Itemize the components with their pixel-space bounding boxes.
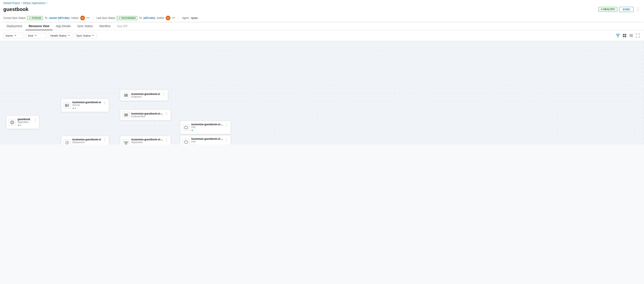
node-service-badges: ♥ ● [72, 107, 101, 110]
svg-rect-31 [124, 142, 126, 143]
node-service[interactable]: kustomize-guestbook-ui Service ♥ ● ⋮ [61, 99, 109, 112]
svg-rect-1 [618, 34, 618, 35]
node-replicaset-menu[interactable]: ⋮ [165, 138, 168, 142]
node-deployment-menu[interactable]: ⋮ [103, 138, 106, 142]
tree-view-button[interactable] [615, 33, 621, 38]
synced-badge: ✓ SYNCED [27, 16, 43, 20]
node-deployment-info: kustomize-guestbook-ui Deployment ♥ ● [72, 138, 101, 144]
svg-rect-28 [124, 115, 126, 116]
health-status-filter[interactable]: Health Status [48, 33, 72, 38]
svg-rect-21 [127, 94, 128, 95]
endpointslice-icon-box [123, 112, 129, 118]
health-filter-chevron [68, 34, 70, 37]
node-replicaset-info: kustomize-guestbook-ui-... ReplicaSet ♥ [132, 138, 163, 144]
deployment-sync-icon: ● [74, 144, 76, 144]
tab-manifest[interactable]: Manifest [96, 22, 114, 30]
tab-resource-view[interactable]: Resource View [26, 22, 52, 30]
svg-rect-0 [616, 34, 617, 35]
app-icon [9, 119, 16, 126]
last-sync-section: Last Sync Status ✓ SUCCEEDED To (d67cddc… [96, 16, 175, 20]
breadcrumb: Default Project > GitOps: Applications > [3, 0, 641, 5]
more-btn-1[interactable]: ••• [86, 16, 90, 19]
fullscreen-icon [636, 34, 640, 37]
sync-button[interactable]: SYNC [619, 7, 634, 12]
service-icon-box [64, 102, 70, 109]
node-endpoints-kind: Endpoints [132, 95, 160, 98]
svg-rect-10 [630, 34, 633, 35]
name-filter-label: Name [6, 34, 13, 37]
node-replicaset[interactable]: kustomize-guestbook-ui-... ReplicaSet ♥ … [120, 136, 171, 144]
node-endpointslice[interactable]: kustomize-guestbook-ui-... EndpointSlice… [120, 109, 171, 120]
svg-rect-27 [127, 114, 128, 115]
svg-rect-7 [625, 34, 626, 35]
sync-status-filter-label: Sync Status [76, 34, 91, 37]
node-deployment-name: kustomize-guestbook-ui [72, 138, 101, 141]
succeeded-check-icon: ✓ [118, 17, 120, 19]
author-avatar-1[interactable]: OI [80, 16, 85, 20]
node-service-kind: Service [72, 104, 101, 106]
node-service-name: kustomize-guestbook-ui [72, 101, 101, 104]
health-status-filter-label: Health Status [50, 34, 66, 37]
tab-sync-status[interactable]: Sync Status [74, 22, 96, 30]
kind-filter[interactable]: Kind [26, 33, 46, 38]
view-controls [615, 33, 641, 38]
more-btn-2[interactable]: ••• [172, 16, 175, 19]
node-endpoints[interactable]: kustomize-guestbook-ui Endpoints ⋮ [120, 90, 168, 101]
pod2-icon [184, 140, 188, 144]
node-pod1[interactable]: kustomize-guestbook-ui-... Pod ♥ ⋮ [180, 121, 231, 134]
grid-view-button[interactable] [622, 33, 628, 38]
health-badge[interactable]: ♥ HEALTHY [598, 7, 618, 12]
svg-rect-23 [126, 95, 127, 96]
node-guestbook-menu[interactable]: ⋮ [33, 118, 37, 122]
agent-label: Agent: [182, 16, 189, 19]
app-menu-button[interactable]: ⋮ [635, 6, 641, 12]
current-commit-link[interactable]: master (d67cddc) [49, 16, 70, 19]
node-endpointslice-kind: EndpointSlice [132, 115, 163, 118]
last-commit-link[interactable]: (d67cddc) [144, 16, 155, 19]
tab-deployment[interactable]: Deployment [3, 22, 26, 30]
sync-status-filter[interactable]: Sync Status [74, 33, 97, 38]
node-pod1-menu[interactable]: ⋮ [225, 123, 228, 127]
svg-rect-24 [127, 95, 128, 96]
grid-view-icon [623, 34, 626, 37]
node-pod1-badges: ♥ [192, 129, 223, 132]
node-replicaset-kind: ReplicaSet [132, 141, 163, 143]
node-pod1-info: kustomize-guestbook-ui-... Pod ♥ [192, 123, 223, 132]
node-endpoints-menu[interactable]: ⋮ [162, 92, 165, 96]
node-guestbook-badges: ♥ ● [18, 124, 31, 127]
svg-point-16 [66, 104, 66, 105]
node-pod2-menu[interactable]: ⋮ [225, 137, 228, 141]
node-guestbook[interactable]: guestbook Application ♥ ● ⋮ [6, 116, 39, 129]
node-pod2[interactable]: kustomize-guestbook-ui-... Pod ♥ ⋮ [180, 135, 231, 144]
sync-check-icon: ● [20, 124, 21, 127]
node-endpointslice-menu[interactable]: ⋮ [165, 112, 168, 116]
svg-rect-2 [619, 34, 620, 35]
succeeded-badge-label: SUCCEEDED [121, 17, 136, 19]
node-service-menu[interactable]: ⋮ [103, 101, 106, 105]
node-deployment[interactable]: kustomize-guestbook-ui Deployment ♥ ● ⋮ [61, 136, 109, 144]
node-pod2-info: kustomize-guestbook-ui-... Pod ♥ [192, 137, 223, 144]
svg-rect-26 [126, 114, 127, 115]
breadcrumb-default-project[interactable]: Default Project [3, 2, 20, 4]
synced-check-icon: ✓ [29, 17, 31, 19]
name-filter[interactable]: Name [3, 33, 24, 38]
header-actions: ♥ HEALTHY SYNC ⋮ [598, 6, 641, 12]
svg-rect-33 [125, 143, 127, 144]
fullscreen-button[interactable] [635, 33, 641, 38]
list-view-button[interactable] [628, 33, 634, 38]
author-label-2: Author [157, 16, 164, 19]
tab-app-details[interactable]: App Details [52, 22, 74, 30]
svg-rect-9 [625, 36, 626, 37]
tree-view-icon [616, 34, 620, 37]
node-replicaset-badges: ♥ [132, 144, 163, 144]
breadcrumb-gitops[interactable]: GitOps: Applications [23, 2, 45, 4]
endpointslice-icon [124, 113, 128, 117]
svg-rect-4 [618, 35, 619, 36]
node-pod1-name: kustomize-guestbook-ui-... [192, 123, 223, 126]
svg-rect-20 [126, 94, 127, 95]
node-replicaset-name: kustomize-guestbook-ui-... [132, 138, 163, 141]
node-deployment-kind: Deployment [72, 141, 101, 143]
author-avatar-2[interactable]: OI [166, 16, 170, 20]
node-guestbook-info: guestbook Application ♥ ● [18, 118, 31, 127]
pod2-health-icon: ♥ [192, 143, 193, 144]
